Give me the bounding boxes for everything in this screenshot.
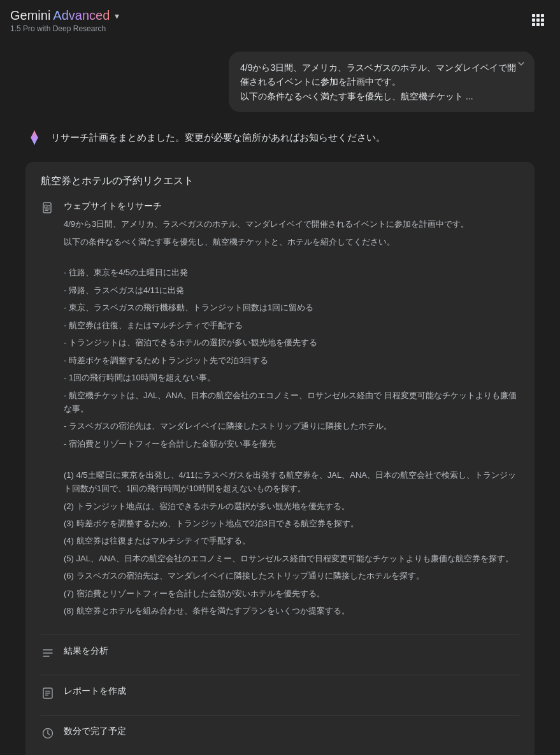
- user-message-bubble: 4/9から3日間、アメリカ、ラスベガスのホテル、マンダレイベイで開催されるイベン…: [229, 52, 535, 112]
- header: Gemini Advanced ▾ 1.5 Pro with Deep Rese…: [0, 0, 560, 41]
- header-left: Gemini Advanced ▾ 1.5 Pro with Deep Rese…: [10, 8, 122, 33]
- svg-rect-4: [536, 18, 540, 22]
- svg-rect-1: [536, 14, 540, 17]
- document-icon: [41, 201, 55, 215]
- apps-grid-icon: [531, 13, 545, 29]
- chat-area: 4/9から3日間、アメリカ、ラスベガスのホテル、マンダレイベイで開催されるイベン…: [0, 41, 560, 755]
- svg-rect-8: [541, 23, 544, 26]
- step-content-analyze: 結果を分析: [64, 645, 519, 662]
- svg-rect-2: [541, 14, 544, 17]
- svg-rect-3: [532, 18, 535, 22]
- title-row: Gemini Advanced ▾: [10, 8, 122, 23]
- svg-line-24: [48, 733, 50, 735]
- svg-rect-10: [45, 205, 47, 208]
- step-title-web-research: ウェブサイトをリサーチ: [64, 201, 519, 212]
- gemini-intro-row: リサーチ計画をまとめました。変更が必要な箇所があればお知らせください。: [25, 127, 535, 147]
- gemini-intro-text: リサーチ計画をまとめました。変更が必要な箇所があればお知らせください。: [51, 127, 385, 145]
- step-title-report: レポートを作成: [64, 686, 519, 697]
- divider-3: [41, 715, 519, 715]
- research-card: 航空券とホテルの予約リクエスト ウェブサイトをリサーチ 4/9から3日間、アメリ…: [25, 162, 535, 755]
- svg-rect-0: [532, 14, 535, 17]
- divider-2: [41, 675, 519, 675]
- step-title-time: 数分で完了予定: [64, 726, 519, 737]
- expand-button[interactable]: [515, 58, 527, 73]
- apps-button[interactable]: [526, 8, 550, 34]
- research-card-title: 航空券とホテルの予約リクエスト: [41, 175, 519, 188]
- user-message-container: 4/9から3日間、アメリカ、ラスベガスのホテル、マンダレイベイで開催されるイベン…: [25, 52, 535, 112]
- svg-rect-6: [532, 23, 535, 26]
- report-icon: [41, 686, 55, 700]
- step-row-report: レポートを作成: [41, 686, 519, 702]
- dropdown-button[interactable]: ▾: [112, 10, 122, 22]
- gemini-icon: [25, 129, 43, 147]
- svg-rect-7: [536, 23, 540, 26]
- header-subtitle: 1.5 Pro with Deep Research: [10, 24, 122, 33]
- user-message-text: 4/9から3日間、アメリカ、ラスベガスのホテル、マンダレイベイで開催されるイベン…: [240, 62, 516, 101]
- step-row-analyze: 結果を分析: [41, 645, 519, 662]
- step-row-time: 数分で完了予定: [41, 726, 519, 742]
- step-content-report: レポートを作成: [64, 686, 519, 702]
- step-content-web-research: ウェブサイトをリサーチ 4/9から3日間、アメリカ、ラスベガスのホテル、マンダレ…: [64, 201, 519, 622]
- step-title-analyze: 結果を分析: [64, 645, 519, 657]
- gemini-wordmark: Gemini: [10, 8, 50, 23]
- step-body-web-research: 4/9から3日間、アメリカ、ラスベガスのホテル、マンダレイベイで開催されるイベン…: [64, 217, 519, 618]
- chevron-down-icon: ▾: [115, 11, 119, 21]
- step-row-web-research: ウェブサイトをリサーチ 4/9から3日間、アメリカ、ラスベガスのホテル、マンダレ…: [41, 201, 519, 622]
- clock-icon: [41, 726, 55, 740]
- list-icon: [41, 646, 55, 660]
- advanced-label: Advanced: [53, 8, 110, 23]
- step-content-time: 数分で完了予定: [64, 726, 519, 742]
- svg-rect-5: [541, 18, 544, 22]
- divider-1: [41, 635, 519, 635]
